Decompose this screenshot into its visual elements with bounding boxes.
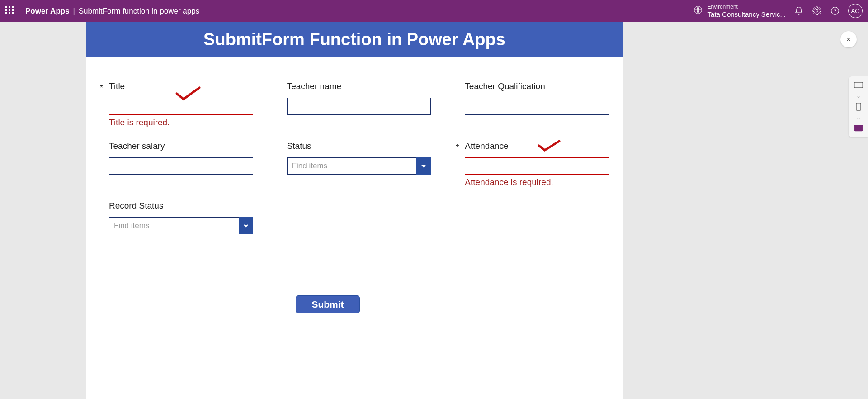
- svg-point-2: [831, 7, 839, 15]
- field-title: * Title Title is required.: [100, 81, 253, 128]
- chevron-down-icon[interactable]: [416, 157, 431, 175]
- record-status-select[interactable]: Find items: [109, 217, 253, 234]
- environment-name: Tata Consultancy Servic...: [708, 10, 786, 19]
- app-canvas: SubmitForm Function in Power Apps * Titl…: [86, 22, 623, 399]
- chevron-down-icon[interactable]: ⌄: [856, 114, 861, 121]
- monitor-icon[interactable]: [853, 81, 864, 89]
- environment-label: Environment: [708, 4, 786, 10]
- form-header: SubmitForm Function in Power Apps: [86, 22, 623, 57]
- teacher-salary-input[interactable]: [109, 157, 253, 175]
- status-select[interactable]: Find items: [287, 157, 431, 175]
- environment-icon: [693, 5, 703, 17]
- svg-rect-7: [854, 125, 863, 131]
- close-button[interactable]: [840, 31, 857, 48]
- status-placeholder: Find items: [287, 157, 417, 175]
- required-star: *: [100, 83, 103, 93]
- environment-selector[interactable]: Environment Tata Consultancy Servic...: [693, 4, 786, 18]
- chevron-down-icon[interactable]: [239, 217, 253, 234]
- field-record-status: Record Status Find items: [100, 201, 253, 234]
- field-status: Status Find items: [278, 141, 431, 187]
- main-area: ⌄ ⌄ SubmitForm Function in Power Apps * …: [0, 22, 868, 399]
- field-teacher-name: Teacher name: [278, 81, 431, 128]
- teacher-salary-label: Teacher salary: [109, 141, 253, 151]
- field-teacher-qualification: Teacher Qualification: [456, 81, 609, 128]
- field-teacher-salary: Teacher salary: [100, 141, 253, 187]
- phone-icon[interactable]: [853, 103, 864, 111]
- required-star: *: [456, 143, 459, 152]
- status-label: Status: [287, 141, 431, 151]
- attendance-input[interactable]: [465, 157, 609, 175]
- svg-point-1: [816, 10, 818, 12]
- form-body: * Title Title is required. Teacher name …: [86, 57, 623, 248]
- settings-icon[interactable]: [812, 6, 822, 16]
- title-error: Title is required.: [109, 118, 253, 128]
- device-preview-panel: ⌄ ⌄: [849, 76, 868, 137]
- separator: |: [73, 7, 75, 15]
- chevron-down-icon[interactable]: ⌄: [856, 93, 861, 99]
- user-avatar[interactable]: AG: [848, 4, 863, 18]
- top-bar: Power Apps | SubmitForm function in powe…: [0, 0, 868, 22]
- teacher-qualification-label: Teacher Qualification: [465, 81, 609, 91]
- title-label: Title: [109, 81, 253, 91]
- teacher-name-label: Teacher name: [287, 81, 431, 91]
- attendance-error: Attendance is required.: [465, 177, 609, 187]
- form-title: SubmitForm Function in Power Apps: [203, 30, 505, 49]
- teacher-qualification-input[interactable]: [465, 98, 609, 115]
- title-input[interactable]: [109, 98, 253, 115]
- app-name: Power Apps: [25, 7, 70, 16]
- svg-rect-5: [854, 82, 863, 88]
- record-status-label: Record Status: [109, 201, 253, 211]
- page-title: SubmitForm function in power apps: [79, 7, 199, 16]
- teacher-name-input[interactable]: [287, 98, 431, 115]
- attendance-label: Attendance: [465, 141, 609, 151]
- fit-icon[interactable]: [853, 124, 864, 133]
- submit-button[interactable]: Submit: [296, 295, 360, 314]
- app-launcher-icon[interactable]: [5, 6, 16, 17]
- avatar-initials: AG: [851, 8, 860, 14]
- help-icon[interactable]: [830, 6, 840, 16]
- svg-rect-6: [856, 103, 861, 110]
- submit-label: Submit: [311, 299, 344, 309]
- notification-icon[interactable]: [794, 6, 804, 16]
- record-status-placeholder: Find items: [109, 217, 239, 234]
- field-attendance: * Attendance Attendance is required.: [456, 141, 609, 187]
